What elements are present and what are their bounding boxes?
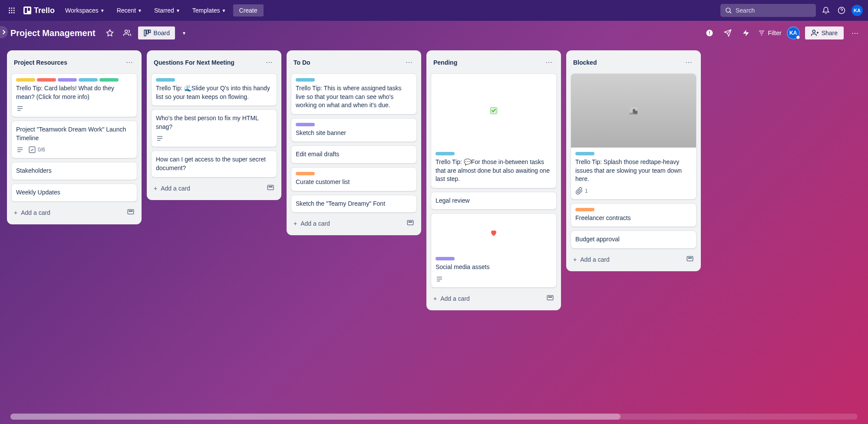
card-template-button[interactable] [404,216,417,231]
board-member-avatar[interactable]: KA ⬢ [787,26,800,39]
card[interactable]: Sketch site banner [291,118,417,142]
card[interactable]: Stakeholders [11,162,137,180]
card[interactable]: Weekly Updates [11,184,137,202]
automation-icon[interactable] [739,26,752,39]
card-label-purple[interactable] [296,123,315,126]
card[interactable]: How can I get access to the super secret… [151,151,277,177]
svg-rect-17 [149,30,150,33]
list-title[interactable]: Project Resources [14,59,67,66]
card-text: How can I get access to the super secret… [156,155,272,172]
notifications-icon[interactable] [820,5,832,16]
svg-rect-42 [269,186,272,187]
card[interactable]: Trello Tip: This is where assigned tasks… [291,73,417,115]
list-menu-button[interactable]: ⋯ [683,56,694,68]
card-label-sky[interactable] [296,78,315,82]
list-menu-button[interactable]: ⋯ [264,56,274,68]
list-title[interactable]: Blocked [573,59,597,66]
board-view-button[interactable]: Board [138,26,175,39]
view-switcher-button[interactable]: ▼ [179,28,189,38]
card-labels [575,152,692,155]
card-text: Who's the best person to fix my HTML sna… [156,114,272,131]
add-card-button[interactable]: +Add a card [431,292,472,306]
nav-starred[interactable]: Starred▼ [149,4,185,16]
horizontal-scrollbar[interactable] [10,414,858,420]
card[interactable]: Edit email drafts [291,145,417,164]
create-button[interactable]: Create [233,4,264,16]
card[interactable]: Freelancer contracts [571,203,696,227]
card[interactable]: Social media assets [431,213,557,288]
filter-icon [758,29,766,37]
card[interactable]: Trello Tip: Splash those redtape-heavy i… [571,73,696,200]
apps-menu-icon[interactable] [5,4,18,17]
list-menu-button[interactable]: ⋯ [124,56,135,68]
card-labels [156,78,272,82]
scrollbar-thumb[interactable] [10,414,620,420]
svg-point-26 [812,30,815,33]
help-icon[interactable] [836,5,847,16]
star-button[interactable] [103,26,116,39]
trello-logo[interactable]: Trello [20,6,58,15]
share-label: Share [822,30,838,36]
add-card-button[interactable]: +Add a card [11,206,53,220]
search-input[interactable] [736,7,812,14]
add-card-button[interactable]: +Add a card [291,217,333,230]
card-label-purple[interactable] [436,257,455,260]
svg-marker-22 [743,30,749,36]
plus-icon: + [294,220,297,227]
card-label-yellow[interactable] [16,78,35,82]
search-box[interactable] [720,4,816,17]
card[interactable]: Sketch the "Teamy Dreamy" Font [291,195,417,213]
svg-point-5 [13,10,15,11]
powerups-icon[interactable] [721,26,734,39]
card[interactable]: Trello Tip: Card labels! What do they me… [11,73,137,117]
add-card-button[interactable]: +Add a card [151,181,193,195]
share-button[interactable]: Share [805,26,844,39]
visibility-button[interactable] [121,26,134,39]
list-title[interactable]: Pending [433,59,457,66]
card[interactable]: Trello Tip: 💬For those in-between tasks … [431,73,557,188]
nav-workspaces[interactable]: Workspaces▼ [60,4,110,16]
card-label-purple[interactable] [58,78,77,82]
card-label-sky[interactable] [436,152,455,155]
list-title[interactable]: Questions For Next Meeting [154,59,234,66]
user-avatar[interactable]: KA [851,5,863,16]
card-label-sky[interactable] [575,152,594,155]
nav-templates[interactable]: Templates▼ [187,4,231,16]
card-template-button[interactable] [544,291,557,306]
card[interactable]: Who's the best person to fix my HTML sna… [151,109,277,147]
card-text: Stakeholders [16,167,132,175]
add-card-button[interactable]: +Add a card [571,253,612,266]
card-text: Project "Teamwork Dream Work" Launch Tim… [16,125,132,142]
card-label-sky[interactable] [156,78,175,82]
list: Questions For Next Meeting⋯Trello Tip: 🌊… [147,50,281,200]
board-title[interactable]: Project Management [7,28,99,38]
svg-rect-44 [409,222,412,223]
card-template-button[interactable] [264,181,277,196]
list-title[interactable]: To Do [294,59,310,66]
card-badges [156,135,272,142]
card[interactable]: Budget approval [571,230,696,249]
list-menu-button[interactable]: ⋯ [404,56,414,68]
card[interactable]: Project "Teamwork Dream Work" Launch Tim… [11,121,137,158]
card-template-button[interactable] [683,252,696,267]
board-menu-button[interactable]: ⋯ [849,26,861,40]
card-label-orange[interactable] [575,208,594,211]
card[interactable]: Legal review [431,192,557,210]
card-label-orange[interactable] [296,172,315,175]
svg-text:!: ! [709,30,710,36]
svg-rect-57 [688,258,692,259]
card-label-red[interactable] [37,78,56,82]
filter-button[interactable]: Filter [758,29,782,37]
card-label-green[interactable] [99,78,119,82]
card-template-button[interactable] [124,205,137,220]
card[interactable]: Curate customer list [291,167,417,191]
card-cover-heart [431,214,556,253]
info-icon[interactable]: ! [703,26,716,39]
card[interactable]: Trello Tip: 🌊Slide your Q's into this ha… [151,73,277,106]
card-label-sky[interactable] [79,78,98,82]
card-badges [16,105,132,112]
plus-icon: + [14,209,17,216]
nav-recent[interactable]: Recent▼ [112,4,147,16]
card-text: Trello Tip: Card labels! What do they me… [16,84,132,101]
list-menu-button[interactable]: ⋯ [544,56,554,68]
